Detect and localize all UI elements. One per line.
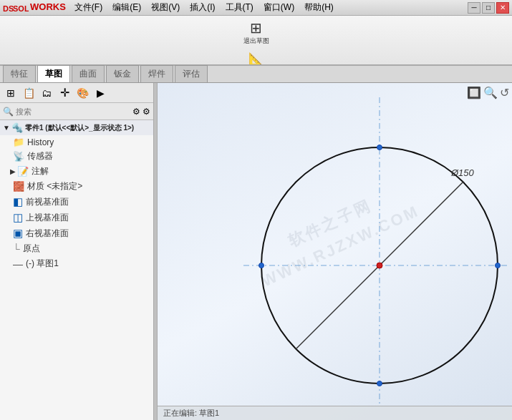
tree-item-history[interactable]: 📁 History xyxy=(0,135,153,149)
right-plane-icon: ▣ xyxy=(13,227,23,240)
main-area: ⊞ 📋 🗂 ✛ 🎨 ▶ 🔍 ⚙ ⚙ ▼ 🔩 零件1 (默认<<默认>_显示状态 … xyxy=(0,83,512,420)
app-logo: DS SOLID WORKS xyxy=(3,1,66,14)
tree-item-sketch1[interactable]: — (-) 草图1 xyxy=(0,256,153,271)
tab-weldment[interactable]: 焊件 xyxy=(140,65,173,82)
tab-sheet-metal[interactable]: 钣金 xyxy=(106,65,139,82)
history-label: History xyxy=(27,137,54,147)
top-plane-icon: ◫ xyxy=(13,211,23,224)
right-plane-label: 右视基准面 xyxy=(26,228,69,240)
material-label: 材质 <未指定> xyxy=(27,180,82,192)
tree-item-annotations[interactable]: ▶ 📝 注解 xyxy=(0,164,153,179)
expand-button[interactable]: 🗂 xyxy=(39,85,54,101)
front-plane-icon: ◧ xyxy=(13,195,23,208)
menu-help[interactable]: 帮助(H) xyxy=(301,1,337,14)
annotations-expand[interactable]: ▶ xyxy=(10,167,16,175)
minimize-button[interactable]: ─ xyxy=(468,2,480,14)
view-rotate-icon[interactable]: ↺ xyxy=(500,86,509,99)
main-tabs: 特征 草图 曲面 钣金 焊件 评估 xyxy=(0,66,512,83)
filter-button[interactable]: ⊞ xyxy=(3,85,19,101)
svg-text:DS: DS xyxy=(3,4,14,13)
add-button[interactable]: ✛ xyxy=(57,85,72,101)
front-plane-label: 前视基准面 xyxy=(26,196,69,208)
menu-window[interactable]: 窗口(W) xyxy=(261,1,297,14)
origin-label: 原点 xyxy=(23,243,40,255)
title-bar: DS SOLID WORKS 文件(F) 编辑(E) 视图(V) 插入(I) 工… xyxy=(0,0,512,16)
sidebar-toolbar: ⊞ 📋 🗂 ✛ 🎨 ▶ xyxy=(0,83,153,103)
viewport-statusbar: 正在编辑: 草图1 xyxy=(158,406,512,420)
close-button[interactable]: ✕ xyxy=(496,2,509,14)
feature-tree-panel: ⊞ 📋 🗂 ✛ 🎨 ▶ 🔍 ⚙ ⚙ ▼ 🔩 零件1 (默认<<默认>_显示状态 … xyxy=(0,83,154,420)
annotations-icon: 📝 xyxy=(17,166,29,177)
tree-item-top-plane[interactable]: ◫ 上视基准面 xyxy=(0,210,153,225)
sidebar-search: 🔍 ⚙ ⚙ xyxy=(0,103,153,120)
tree-item-origin[interactable]: └ 原点 xyxy=(0,241,153,256)
filter-icon: ⚙ xyxy=(132,107,140,117)
part-icon: 🔩 xyxy=(11,122,23,133)
menu-tools[interactable]: 工具(T) xyxy=(223,1,256,14)
main-toolbar: ⊞ 退出草图 📐 智能尺寸 ╱ □ ○ ⌒ ⬡ ∿ A · 构造线/中心线 ✂ … xyxy=(0,16,512,66)
right-point xyxy=(496,263,501,268)
menu-edit[interactable]: 编辑(E) xyxy=(110,1,144,14)
diameter-label: Ø150 xyxy=(450,167,475,178)
history-icon: 📁 xyxy=(13,137,24,147)
tree-item-material[interactable]: 🧱 材质 <未指定> xyxy=(0,179,153,194)
settings-icon: ⚙ xyxy=(143,107,150,117)
maximize-button[interactable]: □ xyxy=(482,2,495,14)
tab-sketch[interactable]: 草图 xyxy=(37,65,70,82)
menu-bar: 文件(F) 编辑(E) 视图(V) 插入(I) 工具(T) 窗口(W) 帮助(H… xyxy=(72,1,337,14)
tree-item-right-plane[interactable]: ▣ 右视基准面 xyxy=(0,225,153,241)
menu-view[interactable]: 视图(V) xyxy=(148,1,183,14)
bottom-point xyxy=(377,381,382,386)
search-input[interactable] xyxy=(16,107,130,116)
view-zoom-icon[interactable]: 🔍 xyxy=(483,86,498,99)
view-front-icon[interactable]: 🔲 xyxy=(467,86,481,99)
menu-file[interactable]: 文件(F) xyxy=(72,1,105,14)
tab-surface[interactable]: 曲面 xyxy=(72,65,105,82)
svg-text:SOLID: SOLID xyxy=(13,4,29,13)
left-point xyxy=(259,263,264,268)
tree-root[interactable]: ▼ 🔩 零件1 (默认<<默认>_显示状态 1>) xyxy=(0,120,153,135)
tree-root-label: 零件1 (默认<<默认>_显示状态 1>) xyxy=(25,123,134,133)
sensors-label: 传感器 xyxy=(27,150,53,162)
material-icon: 🧱 xyxy=(13,181,24,192)
sketch1-label: (-) 草图1 xyxy=(26,258,59,270)
collapse-all-button[interactable]: 📋 xyxy=(21,85,37,101)
root-expand-arrow[interactable]: ▼ xyxy=(3,124,10,132)
smart-dimension-button[interactable]: 📐 智能尺寸 xyxy=(241,49,272,66)
window-controls: ─ □ ✕ xyxy=(468,2,509,14)
color-button[interactable]: 🎨 xyxy=(74,85,90,101)
annotations-label: 注解 xyxy=(32,165,49,177)
arrow-button[interactable]: ▶ xyxy=(92,85,108,101)
cad-viewport[interactable]: 软件之子网WWW.RJZXW.COM Ø150 xyxy=(158,83,512,420)
tree-item-sensors[interactable]: 📡 传感器 xyxy=(0,149,153,164)
sensors-icon: 📡 xyxy=(13,151,24,162)
sketch-canvas[interactable]: Ø150 xyxy=(158,83,512,420)
top-plane-label: 上视基准面 xyxy=(26,212,69,224)
edit-sketch-status: 正在编辑: 草图1 xyxy=(163,408,219,419)
search-icon: 🔍 xyxy=(3,107,14,117)
menu-insert[interactable]: 插入(I) xyxy=(187,1,218,14)
top-point xyxy=(377,145,382,150)
center-point xyxy=(377,263,382,268)
exit-sketch-button[interactable]: ⊞ 退出草图 xyxy=(241,17,272,48)
origin-icon: └ xyxy=(13,243,20,255)
view-controls: 🔲 🔍 ↺ xyxy=(467,86,509,99)
tab-features[interactable]: 特征 xyxy=(3,65,36,82)
feature-tree: ▼ 🔩 零件1 (默认<<默认>_显示状态 1>) 📁 History 📡 传感… xyxy=(0,120,153,420)
sketch1-icon: — xyxy=(13,258,23,270)
tree-item-front-plane[interactable]: ◧ 前视基准面 xyxy=(0,194,153,210)
tab-evaluate[interactable]: 评估 xyxy=(175,65,208,82)
